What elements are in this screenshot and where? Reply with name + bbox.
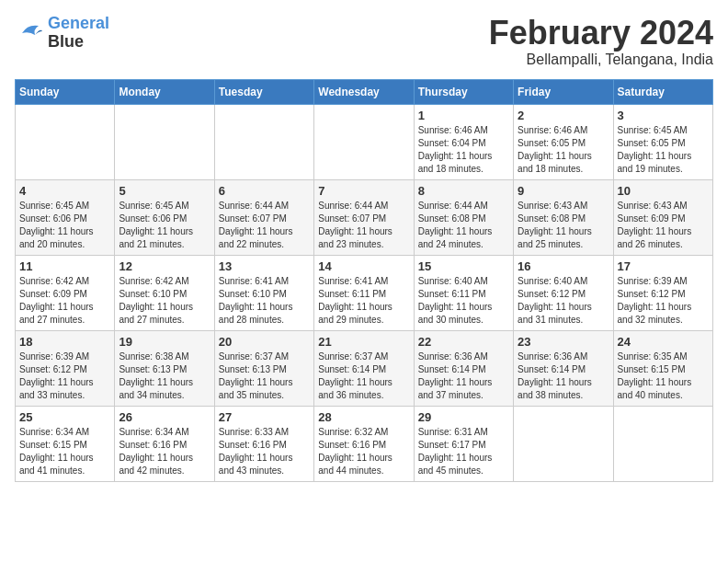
header-cell-friday: Friday [514,79,613,104]
day-cell: 28Sunrise: 6:32 AM Sunset: 6:16 PM Dayli… [314,406,414,481]
day-cell: 11Sunrise: 6:42 AM Sunset: 6:09 PM Dayli… [16,255,115,330]
day-info: Sunrise: 6:31 AM Sunset: 6:17 PM Dayligh… [418,426,509,477]
header-cell-thursday: Thursday [414,79,513,104]
day-number: 1 [418,109,509,122]
day-number: 29 [418,410,509,424]
day-info: Sunrise: 6:39 AM Sunset: 6:12 PM Dayligh… [618,275,709,327]
day-cell: 25Sunrise: 6:34 AM Sunset: 6:15 PM Dayli… [16,406,115,481]
day-number: 12 [119,259,210,273]
day-number: 2 [518,109,609,122]
day-number: 24 [618,335,709,349]
day-cell [613,406,712,481]
day-info: Sunrise: 6:45 AM Sunset: 6:06 PM Dayligh… [119,200,210,251]
day-info: Sunrise: 6:33 AM Sunset: 6:16 PM Dayligh… [219,426,310,477]
week-row-3: 11Sunrise: 6:42 AM Sunset: 6:09 PM Dayli… [16,255,713,330]
day-cell: 18Sunrise: 6:39 AM Sunset: 6:12 PM Dayli… [16,330,115,406]
day-number: 23 [518,335,609,349]
day-number: 27 [219,410,310,424]
day-info: Sunrise: 6:44 AM Sunset: 6:07 PM Dayligh… [219,200,310,251]
location-subtitle: Bellampalli, Telangana, India [489,52,713,68]
day-info: Sunrise: 6:43 AM Sunset: 6:09 PM Dayligh… [618,200,709,251]
day-cell: 8Sunrise: 6:44 AM Sunset: 6:08 PM Daylig… [414,179,513,255]
day-cell: 17Sunrise: 6:39 AM Sunset: 6:12 PM Dayli… [613,255,712,330]
day-number: 8 [418,184,509,198]
day-cell: 7Sunrise: 6:44 AM Sunset: 6:07 PM Daylig… [314,179,414,255]
day-info: Sunrise: 6:42 AM Sunset: 6:10 PM Dayligh… [119,275,210,327]
day-cell: 23Sunrise: 6:36 AM Sunset: 6:14 PM Dayli… [514,330,613,406]
day-cell: 2Sunrise: 6:46 AM Sunset: 6:05 PM Daylig… [514,104,613,179]
header-cell-tuesday: Tuesday [214,79,313,104]
day-cell: 12Sunrise: 6:42 AM Sunset: 6:10 PM Dayli… [115,255,214,330]
day-number: 17 [618,259,709,273]
day-cell [514,406,613,481]
day-cell: 9Sunrise: 6:43 AM Sunset: 6:08 PM Daylig… [514,179,613,255]
day-cell: 13Sunrise: 6:41 AM Sunset: 6:10 PM Dayli… [214,255,313,330]
day-info: Sunrise: 6:44 AM Sunset: 6:08 PM Dayligh… [418,200,509,251]
day-number: 21 [318,335,409,349]
day-info: Sunrise: 6:45 AM Sunset: 6:05 PM Dayligh… [618,124,709,176]
day-info: Sunrise: 6:46 AM Sunset: 6:05 PM Dayligh… [518,124,609,176]
day-number: 19 [119,335,210,349]
calendar-body: 1Sunrise: 6:46 AM Sunset: 6:04 PM Daylig… [16,104,713,481]
day-info: Sunrise: 6:40 AM Sunset: 6:12 PM Dayligh… [518,275,609,327]
day-number: 22 [418,335,509,349]
day-cell: 1Sunrise: 6:46 AM Sunset: 6:04 PM Daylig… [414,104,513,179]
day-number: 26 [119,410,210,424]
day-cell: 10Sunrise: 6:43 AM Sunset: 6:09 PM Dayli… [613,179,712,255]
day-info: Sunrise: 6:45 AM Sunset: 6:06 PM Dayligh… [19,200,110,251]
title-block: February 2024 Bellampalli, Telangana, In… [489,15,713,68]
header-cell-saturday: Saturday [613,79,712,104]
month-title: February 2024 [489,15,713,52]
day-cell: 20Sunrise: 6:37 AM Sunset: 6:13 PM Dayli… [214,330,313,406]
calendar-table: SundayMondayTuesdayWednesdayThursdayFrid… [15,79,713,482]
page-header: General Blue February 2024 Bellampalli, … [15,15,713,68]
day-info: Sunrise: 6:38 AM Sunset: 6:13 PM Dayligh… [119,350,210,402]
logo: General Blue [15,15,109,52]
day-number: 16 [518,259,609,273]
day-number: 4 [19,184,110,198]
day-number: 5 [119,184,210,198]
day-number: 13 [219,259,310,273]
day-number: 28 [318,410,409,424]
day-number: 9 [518,184,609,198]
day-number: 3 [618,109,709,122]
day-number: 10 [618,184,709,198]
day-cell [115,104,214,179]
day-cell: 19Sunrise: 6:38 AM Sunset: 6:13 PM Dayli… [115,330,214,406]
logo-icon [15,20,44,46]
day-info: Sunrise: 6:37 AM Sunset: 6:13 PM Dayligh… [219,350,310,402]
day-cell [214,104,313,179]
week-row-5: 25Sunrise: 6:34 AM Sunset: 6:15 PM Dayli… [16,406,713,481]
day-cell [16,104,115,179]
week-row-4: 18Sunrise: 6:39 AM Sunset: 6:12 PM Dayli… [16,330,713,406]
day-info: Sunrise: 6:41 AM Sunset: 6:10 PM Dayligh… [219,275,310,327]
day-number: 18 [19,335,110,349]
day-cell: 16Sunrise: 6:40 AM Sunset: 6:12 PM Dayli… [514,255,613,330]
day-number: 11 [19,259,110,273]
day-cell: 29Sunrise: 6:31 AM Sunset: 6:17 PM Dayli… [414,406,513,481]
logo-text: General Blue [48,15,109,52]
day-info: Sunrise: 6:34 AM Sunset: 6:16 PM Dayligh… [119,426,210,477]
day-number: 25 [19,410,110,424]
day-cell [314,104,414,179]
day-cell: 24Sunrise: 6:35 AM Sunset: 6:15 PM Dayli… [613,330,712,406]
day-info: Sunrise: 6:36 AM Sunset: 6:14 PM Dayligh… [518,350,609,402]
day-info: Sunrise: 6:44 AM Sunset: 6:07 PM Dayligh… [318,200,409,251]
day-number: 14 [318,259,409,273]
day-info: Sunrise: 6:36 AM Sunset: 6:14 PM Dayligh… [418,350,509,402]
day-cell: 14Sunrise: 6:41 AM Sunset: 6:11 PM Dayli… [314,255,414,330]
calendar-header: SundayMondayTuesdayWednesdayThursdayFrid… [16,79,713,104]
day-cell: 6Sunrise: 6:44 AM Sunset: 6:07 PM Daylig… [214,179,313,255]
day-cell: 4Sunrise: 6:45 AM Sunset: 6:06 PM Daylig… [16,179,115,255]
day-cell: 21Sunrise: 6:37 AM Sunset: 6:14 PM Dayli… [314,330,414,406]
day-number: 20 [219,335,310,349]
day-cell: 15Sunrise: 6:40 AM Sunset: 6:11 PM Dayli… [414,255,513,330]
day-info: Sunrise: 6:32 AM Sunset: 6:16 PM Dayligh… [318,426,409,477]
day-info: Sunrise: 6:42 AM Sunset: 6:09 PM Dayligh… [19,275,110,327]
header-cell-wednesday: Wednesday [314,79,414,104]
day-cell: 22Sunrise: 6:36 AM Sunset: 6:14 PM Dayli… [414,330,513,406]
day-info: Sunrise: 6:37 AM Sunset: 6:14 PM Dayligh… [318,350,409,402]
day-cell: 27Sunrise: 6:33 AM Sunset: 6:16 PM Dayli… [214,406,313,481]
day-info: Sunrise: 6:41 AM Sunset: 6:11 PM Dayligh… [318,275,409,327]
day-cell: 26Sunrise: 6:34 AM Sunset: 6:16 PM Dayli… [115,406,214,481]
